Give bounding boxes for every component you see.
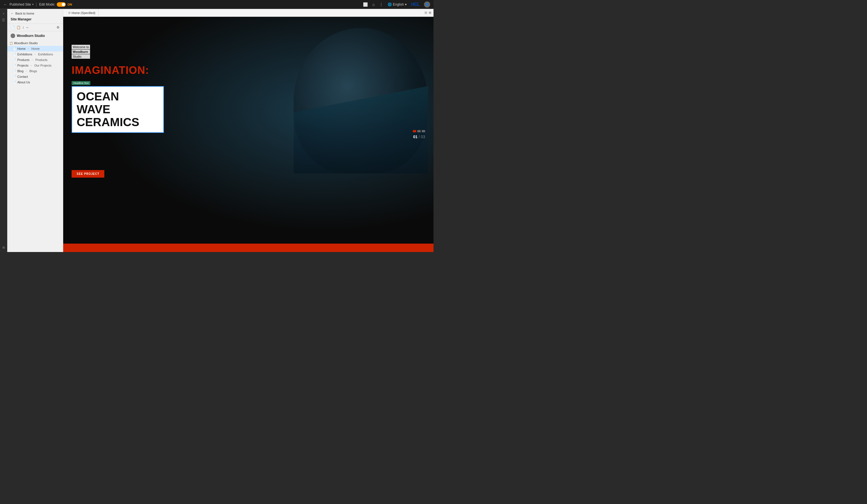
panel-icon[interactable]: ☰ (2, 18, 5, 22)
tree-item-products-arrow: ← (31, 58, 34, 61)
published-site-label: Published Site (10, 2, 31, 7)
save-icon[interactable]: ⬜ (363, 2, 368, 7)
tree-item-exhibitions-icon: 📄 (13, 53, 16, 56)
see-project-button[interactable]: SEE PROJECT (72, 170, 104, 178)
tree-item-about[interactable]: 📄 About Us (7, 79, 63, 85)
site-globe-icon (11, 34, 15, 38)
slide-dot-3[interactable] (422, 130, 425, 132)
welcome-text-box[interactable]: Welcome to Woodburn Studio (72, 45, 90, 59)
site-name-label: Woodburn Studio (17, 34, 45, 38)
slide-dot-2[interactable] (417, 130, 421, 132)
tree-item-products-alias: Products (35, 58, 47, 62)
ceramic-decoration (294, 28, 428, 173)
headline-box[interactable]: OCEANWAVECERAMICS (72, 86, 164, 133)
language-arrow-icon: ▾ (405, 2, 407, 7)
topbar-left: ← Published Site ▾ | Edit Mode: ON (3, 2, 72, 7)
edit-mode-label: Edit Mode: (39, 2, 55, 7)
tree-item-blog-icon: 📄 (13, 69, 16, 73)
imagination-text[interactable]: IMAGINATION: (72, 64, 149, 76)
tree-item-contact-name: Contact (17, 75, 28, 78)
new-page-icon[interactable]: 📄 (11, 25, 15, 29)
copy-icon[interactable]: 📋 (17, 25, 21, 29)
tree-item-projects[interactable]: 📄 Projects ← Our Projects (7, 63, 63, 68)
welcome-line3: Studio (72, 54, 90, 59)
tree-item-exhibitions-arrow: ← (34, 53, 36, 56)
tree-item-products-name: Products (17, 58, 29, 62)
back-to-home-label: Back to home (15, 12, 34, 15)
tree-item-exhibitions[interactable]: 📄 Exhibitions ← Exhibitions (7, 52, 63, 57)
tree-item-home-name: Home (17, 47, 25, 50)
tree-item-products-icon: 📄 (13, 58, 16, 62)
bottom-icon[interactable]: ⊛ (2, 246, 5, 249)
tree-item-blog-name: Blog (17, 69, 23, 73)
slide-indicators: 01 / 03 (413, 130, 425, 139)
preview-area: Welcome to Woodburn Studio IMAGINATION: … (63, 17, 434, 252)
tree-root-icon: 📋 (10, 42, 13, 45)
tree-item-home-arrow: ← (27, 47, 30, 50)
page-tab-home[interactable]: ⊞ Home (Specified) (65, 9, 98, 17)
sidebar-toolbar: 📄 📋 ↕ ↔ ⚙ (7, 24, 63, 31)
more-options-icon[interactable]: ⋮ (379, 2, 383, 7)
slide-current: 01 (413, 135, 418, 139)
topbar-right: ⬜ ⌂ ⋮ 🌐 English ▾ HCL 👤 (363, 1, 430, 8)
tree-item-contact-icon: 📄 (13, 75, 16, 78)
language-label: English (393, 2, 404, 7)
tree-item-about-name: About Us (17, 81, 30, 84)
tree-item-projects-name: Projects (17, 64, 29, 67)
back-arrow-icon: ← (11, 12, 14, 15)
edit-mode-on-label: ON (67, 3, 72, 6)
welcome-line2: Woodburn (72, 50, 90, 54)
slide-total: 03 (421, 135, 425, 139)
tree-item-contact[interactable]: 📄 Contact (7, 74, 63, 79)
back-to-home-button[interactable]: ← Back to home (11, 12, 60, 15)
tree-item-home-icon: 📄 (13, 47, 16, 50)
translate-icon: 🌐 (388, 2, 392, 7)
main-layout: ＋ ☰ ⊛ ← Back to home Site Manager 📄 📋 ↕ … (0, 9, 434, 252)
page-tab-bar: ⊞ Home (Specified) ⊟ ⊞ (63, 9, 434, 17)
sidebar-header: ← Back to home Site Manager (7, 9, 63, 24)
tree-item-projects-alias: Our Projects (34, 64, 52, 67)
site-name-row: Woodburn Studio (7, 31, 63, 40)
sidebar: ← Back to home Site Manager 📄 📋 ↕ ↔ ⚙ Wo… (7, 9, 63, 252)
move-up-icon[interactable]: ↕ (22, 25, 24, 29)
language-selector[interactable]: 🌐 English ▾ (388, 2, 407, 7)
topbar: ← Published Site ▾ | Edit Mode: ON ⬜ ⌂ ⋮… (0, 0, 434, 9)
published-site-dropdown[interactable]: Published Site ▾ (10, 2, 34, 7)
tree-item-exhibitions-alias: Exhibitions (38, 53, 53, 56)
tree-root-label: Woodburn Studio (14, 41, 38, 45)
tree-item-blog-arrow: ← (25, 69, 28, 73)
tree-item-home[interactable]: 📄 Home ← Home (7, 46, 63, 52)
narrow-bar: ＋ ☰ ⊛ (0, 9, 7, 252)
site-tree: 📋 Woodburn Studio 📄 Home ← Home 📄 Exhibi… (7, 40, 63, 252)
tree-item-blog[interactable]: 📄 Blog ← Blogs (7, 68, 63, 74)
edit-mode-toggle[interactable] (57, 2, 66, 7)
tab-actions: ⊟ ⊞ (425, 11, 431, 14)
tree-item-projects-icon: 📄 (13, 64, 16, 67)
tree-item-projects-arrow: ← (30, 64, 33, 67)
wave-detail (294, 86, 428, 173)
home-icon[interactable]: ⌂ (372, 2, 374, 7)
back-nav-icon[interactable]: ← (3, 2, 7, 7)
move-right-icon[interactable]: ↔ (26, 25, 29, 29)
welcome-line1: Welcome to (72, 45, 90, 49)
settings-icon[interactable]: ⚙ (56, 25, 60, 29)
red-strip (63, 244, 434, 252)
user-avatar[interactable]: 👤 (424, 1, 430, 8)
add-panel-icon[interactable]: ＋ (2, 11, 5, 16)
content-area: ⊞ Home (Specified) ⊟ ⊞ Welcome to W (63, 9, 434, 252)
slide-dots (413, 130, 425, 132)
topbar-separator: | (36, 2, 37, 7)
slide-number: 01 / 03 (413, 135, 425, 139)
tree-item-products[interactable]: 📄 Products ← Products (7, 57, 63, 63)
tab-minimize-icon[interactable]: ⊟ (425, 11, 427, 14)
headline-main-text: OCEANWAVECERAMICS (77, 90, 159, 129)
published-site-arrow-icon: ▾ (32, 3, 34, 6)
tree-item-home-alias: Home (31, 47, 40, 50)
page-tab-icon: ⊞ (68, 11, 71, 14)
slide-dot-1[interactable] (413, 130, 416, 132)
tree-root-item[interactable]: 📋 Woodburn Studio (7, 40, 63, 46)
headline-badge[interactable]: Headline-Text (72, 81, 90, 85)
tab-maximize-icon[interactable]: ⊞ (429, 11, 431, 14)
edit-mode-control: Edit Mode: ON (39, 2, 72, 7)
tree-item-exhibitions-name: Exhibitions (17, 53, 32, 56)
